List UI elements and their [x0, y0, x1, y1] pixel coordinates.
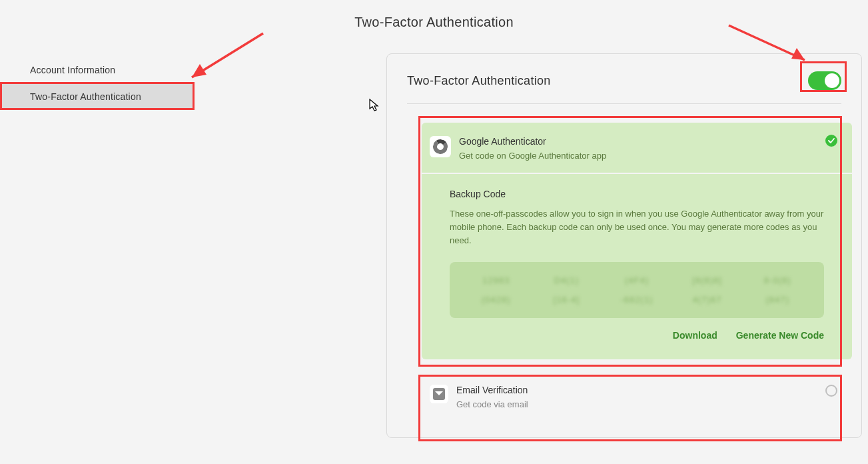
toggle-knob [825, 73, 839, 88]
check-icon [825, 135, 837, 147]
backup-code: -682(1) [606, 295, 667, 305]
method-text: Google Authenticator Get code on Google … [459, 136, 606, 161]
backup-code: (0428) [466, 295, 527, 305]
backup-code: 4(7)67 [677, 295, 738, 305]
page-title: Two-Factor Authentication [0, 15, 868, 30]
method-title: Google Authenticator [459, 136, 606, 147]
method-google-authenticator[interactable]: Google Authenticator Get code on Google … [422, 123, 852, 359]
card-header: Two-Factor Authentication [407, 54, 841, 104]
backup-code: 12983 [466, 275, 527, 285]
backup-code: 8-0(8) [747, 275, 808, 285]
backup-actions: Download Generate New Code [450, 330, 824, 341]
settings-sidebar: Account Information Two-Factor Authentic… [0, 57, 195, 110]
two-factor-toggle[interactable] [808, 71, 841, 90]
email-icon [430, 385, 448, 403]
backup-code: [16-4] [536, 295, 598, 305]
backup-title: Backup Code [450, 189, 824, 199]
sidebar-item-two-factor[interactable]: Two-Factor Authentication [0, 83, 195, 110]
method-subtitle: Get code via email [456, 399, 528, 409]
download-button[interactable]: Download [673, 330, 717, 341]
method-email-verification[interactable]: Email Verification Get code via email [422, 371, 852, 421]
svg-line-0 [192, 33, 263, 77]
sidebar-item-label: Account Information [30, 65, 115, 75]
generate-new-code-button[interactable]: Generate New Code [736, 330, 824, 341]
backup-code: (847) [747, 295, 808, 305]
backup-description: These one-off-passcodes allow you to sig… [450, 207, 824, 247]
radio-unselected-icon[interactable] [825, 385, 837, 397]
cursor-icon [369, 99, 380, 112]
sidebar-item-account-info[interactable]: Account Information [0, 57, 195, 83]
two-factor-card: Two-Factor Authentication Google Authent… [386, 53, 862, 438]
method-header: Google Authenticator Get code on Google … [422, 123, 852, 174]
method-text: Email Verification Get code via email [456, 385, 528, 409]
backup-codes-grid: 12983 D4(1) (4F4) [8(8)8] 8-0(8) (0428) … [450, 262, 824, 318]
backup-code: [8(8)8] [677, 275, 738, 285]
sidebar-item-label: Two-Factor Authentication [30, 91, 141, 102]
backup-code-section: Backup Code These one-off-passcodes allo… [422, 174, 852, 359]
card-title: Two-Factor Authentication [407, 74, 551, 88]
method-subtitle: Get code on Google Authenticator app [459, 151, 606, 161]
google-authenticator-icon [430, 136, 451, 157]
backup-code: D4(1) [536, 275, 598, 285]
backup-code: (4F4) [606, 275, 667, 285]
method-title: Email Verification [456, 385, 528, 395]
